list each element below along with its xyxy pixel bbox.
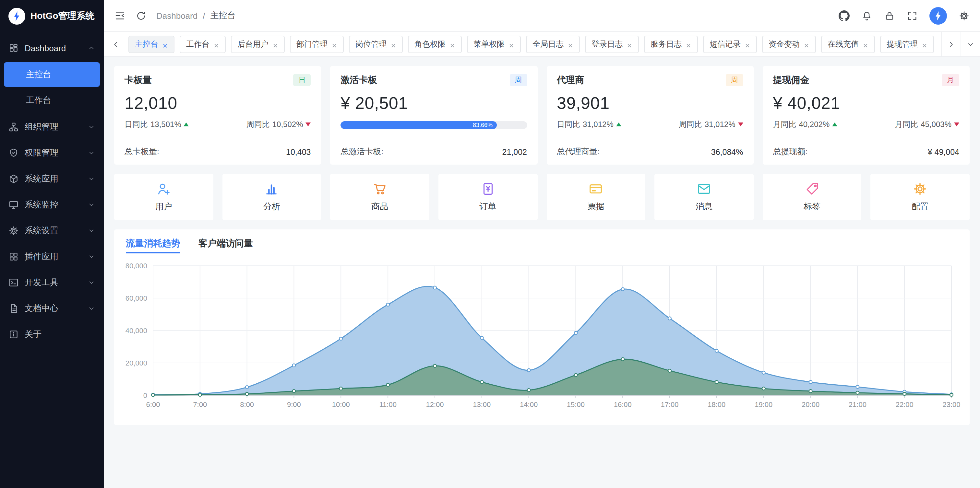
- stat-card-header: 激活卡板周: [341, 74, 527, 86]
- sidebar-item-system-monitor[interactable]: 系统监控: [0, 192, 104, 218]
- stat-footer-value: 21,002: [502, 147, 527, 157]
- tab-9[interactable]: 服务日志: [644, 35, 698, 53]
- stat-card-title: 代理商: [557, 74, 584, 86]
- metric-label: 月同比: [773, 119, 797, 130]
- quick-action-order[interactable]: 订单: [438, 174, 537, 220]
- fullscreen-icon[interactable]: [907, 10, 918, 21]
- tab-close-icon[interactable]: [862, 41, 869, 47]
- sidebar-item-doc-center[interactable]: 文档中心: [0, 296, 104, 322]
- tab-close-icon[interactable]: [390, 41, 396, 47]
- tab-6[interactable]: 菜单权限: [467, 35, 521, 53]
- sidebar-item-plugin-app[interactable]: 插件应用: [0, 244, 104, 269]
- tabs-scroll-right-button[interactable]: [941, 32, 961, 56]
- tab-8[interactable]: 登录日志: [585, 35, 639, 53]
- breadcrumb-item-current: 主控台: [210, 10, 235, 21]
- tab-close-icon[interactable]: [449, 41, 455, 47]
- sidebar-item-dashboard[interactable]: Dashboard: [0, 35, 104, 61]
- chart-tab-0[interactable]: 流量消耗趋势: [126, 238, 180, 257]
- tab-2[interactable]: 后台用户: [231, 35, 285, 53]
- sidebar-item-system-app[interactable]: 系统应用: [0, 166, 104, 192]
- sidebar-item-org[interactable]: 组织管理: [0, 114, 104, 140]
- trend-metric: 月同比40,202%: [773, 120, 838, 130]
- chart-tab-1[interactable]: 客户端访问量: [199, 238, 253, 257]
- tabs-scroll-left-button[interactable]: [107, 32, 124, 56]
- svg-text:18:00: 18:00: [708, 401, 725, 409]
- tab-0[interactable]: 主控台: [129, 35, 175, 53]
- lock-screen-icon[interactable]: [884, 10, 895, 21]
- quick-action-message[interactable]: 消息: [654, 174, 753, 220]
- sidebar-item-permission[interactable]: 权限管理: [0, 140, 104, 166]
- trend-metric: 周同比31,012%: [679, 120, 743, 130]
- quick-action-config[interactable]: 配置: [871, 174, 970, 220]
- quick-action-tag[interactable]: 标签: [763, 174, 862, 220]
- tab-13[interactable]: 提现管理: [880, 35, 934, 53]
- sidebar-item-label: 开发工具: [25, 277, 82, 288]
- tab-close-icon[interactable]: [922, 41, 928, 47]
- svg-text:40,000: 40,000: [126, 326, 147, 335]
- tab-close-icon[interactable]: [803, 41, 810, 47]
- stat-footer-label: 总代理商量:: [557, 146, 600, 157]
- traffic-trend-chart[interactable]: 020,00040,00060,00080,0006:007:008:009:0…: [119, 258, 962, 421]
- sidebar-subitem-console[interactable]: 主控台: [4, 62, 100, 87]
- sidebar-item-label: 系统应用: [25, 173, 82, 185]
- stat-card-value: 12,010: [124, 94, 311, 113]
- tabs-menu-button[interactable]: [961, 32, 980, 56]
- tab-close-icon[interactable]: [272, 41, 278, 47]
- tab-7[interactable]: 全局日志: [526, 35, 580, 53]
- tab-close-icon[interactable]: [627, 41, 632, 47]
- tab-close-icon[interactable]: [568, 41, 573, 47]
- tab-5[interactable]: 角色权限: [408, 35, 462, 53]
- svg-text:6:00: 6:00: [146, 401, 160, 409]
- tab-close-icon[interactable]: [331, 41, 337, 47]
- tab-12[interactable]: 在线充值: [821, 35, 875, 53]
- bar-chart-icon: [264, 181, 279, 196]
- stat-card-header: 代理商周: [557, 74, 743, 86]
- notifications-bell-icon[interactable]: [861, 10, 872, 21]
- quick-action-ticket[interactable]: 票据: [546, 174, 645, 220]
- user-avatar[interactable]: [929, 7, 947, 24]
- app-root: HotGo管理系统 Dashboard主控台工作台组织管理权限管理系统应用系统监…: [0, 0, 980, 488]
- tab-11[interactable]: 资金变动: [762, 35, 816, 53]
- sidebar-item-dev-tools[interactable]: 开发工具: [0, 269, 104, 296]
- chevron-down-icon: [88, 201, 95, 209]
- sidebar-item-system-settings[interactable]: 系统设置: [0, 218, 104, 244]
- stat-footer-label: 总提现额:: [773, 146, 808, 157]
- quick-action-label: 商品: [371, 201, 388, 212]
- code-icon: [8, 277, 19, 288]
- metric-value: 31,012%: [583, 120, 614, 129]
- refresh-icon[interactable]: [135, 10, 146, 21]
- svg-text:80,000: 80,000: [126, 262, 147, 270]
- open-tabs: 主控台工作台后台用户部门管理岗位管理角色权限菜单权限全局日志登录日志服务日志短信…: [129, 35, 937, 53]
- order-icon: [480, 181, 495, 196]
- breadcrumb: Dashboard / 主控台: [156, 10, 235, 21]
- settings-gear-icon[interactable]: [959, 10, 970, 21]
- tab-close-icon[interactable]: [213, 41, 219, 47]
- gear-icon: [8, 225, 19, 236]
- metric-label: 周同比: [247, 119, 270, 130]
- chart-tabs: 流量消耗趋势客户端访问量: [114, 230, 970, 257]
- app-logo[interactable]: HotGo管理系统: [0, 0, 104, 32]
- progress-label: 83.66%: [473, 122, 493, 128]
- tab-close-icon[interactable]: [162, 41, 168, 47]
- sidebar-item-about[interactable]: 关于: [0, 322, 104, 347]
- sidebar-subitem-workbench[interactable]: 工作台: [4, 88, 100, 113]
- sidebar-collapse-icon[interactable]: [114, 10, 126, 21]
- chevron-down-icon: [88, 253, 95, 260]
- tab-close-icon[interactable]: [509, 41, 514, 47]
- tab-3[interactable]: 部门管理: [290, 35, 344, 53]
- stat-card-title: 提现佣金: [773, 74, 810, 86]
- tab-4[interactable]: 岗位管理: [349, 35, 403, 53]
- tab-10[interactable]: 短信记录: [703, 35, 757, 53]
- metric-label: 月同比: [895, 119, 918, 130]
- tab-close-icon[interactable]: [686, 41, 691, 47]
- tab-label: 提现管理: [887, 38, 918, 49]
- cart-icon: [372, 181, 387, 196]
- trend-up-icon: [832, 123, 837, 127]
- quick-action-goods[interactable]: 商品: [331, 174, 430, 220]
- tab-close-icon[interactable]: [745, 41, 750, 47]
- breadcrumb-item-dashboard[interactable]: Dashboard: [156, 11, 197, 21]
- github-icon[interactable]: [838, 10, 850, 21]
- quick-action-user[interactable]: 用户: [114, 174, 213, 220]
- tab-1[interactable]: 工作台: [180, 35, 226, 53]
- quick-action-analysis[interactable]: 分析: [222, 174, 321, 220]
